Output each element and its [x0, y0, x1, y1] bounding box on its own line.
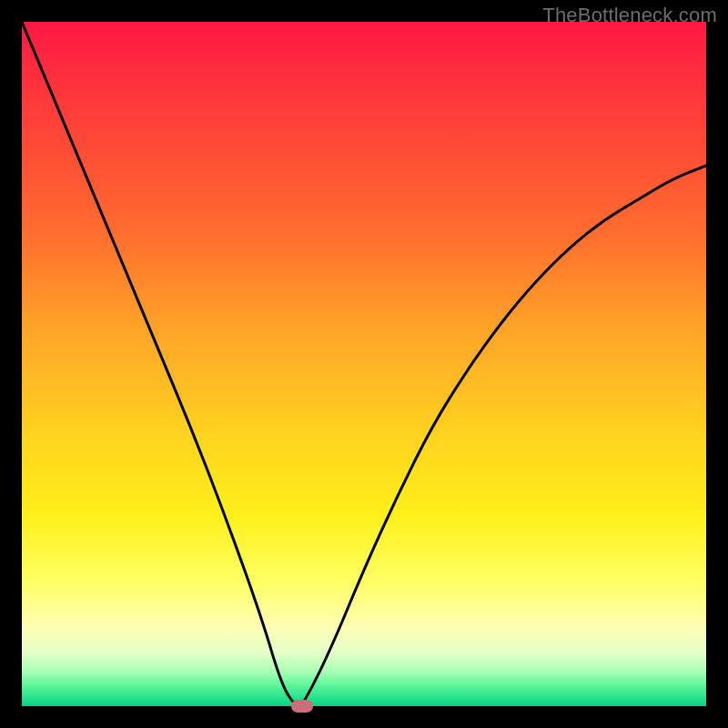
- bottleneck-curve-path: [22, 22, 706, 706]
- chart-frame: TheBottleneck.com: [0, 0, 728, 728]
- min-marker: [291, 700, 313, 713]
- curve-svg: [22, 22, 706, 706]
- plot-area: [22, 22, 706, 706]
